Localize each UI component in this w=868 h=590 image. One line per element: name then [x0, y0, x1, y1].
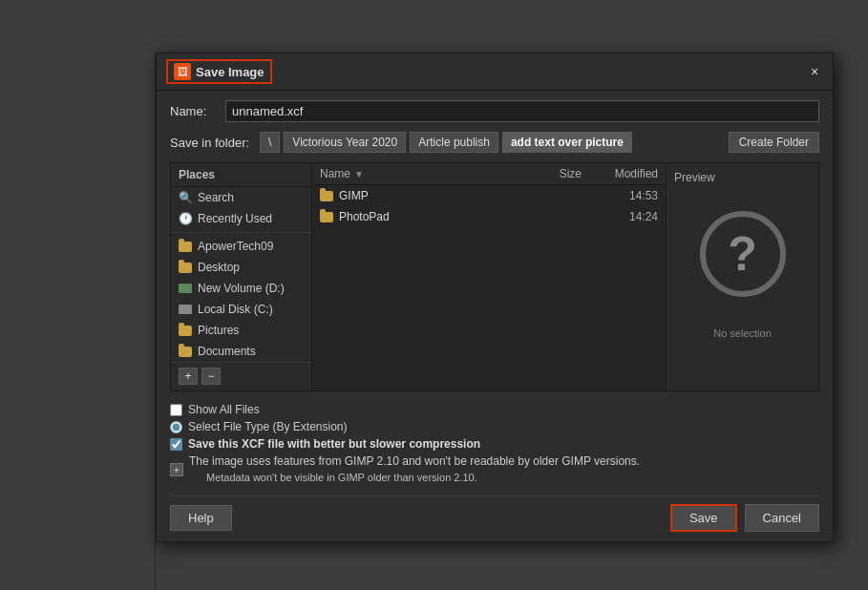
- place-search-label: Search: [198, 191, 234, 204]
- places-divider: [171, 232, 311, 233]
- folder-label: Save in folder:: [170, 136, 256, 150]
- save-xcf-row: Save this XCF file with better but slowe…: [170, 435, 819, 453]
- save-xcf-label[interactable]: Save this XCF file with better but slowe…: [188, 437, 480, 451]
- places-header: Places: [171, 163, 311, 187]
- warning-row: + The image uses features from GIMP 2.10…: [170, 453, 819, 488]
- dialog-close-button[interactable]: ×: [806, 63, 823, 80]
- file-item-gimp-name: GIMP: [320, 189, 524, 202]
- place-pictures-label: Pictures: [198, 324, 239, 337]
- place-desktop[interactable]: Desktop: [171, 257, 311, 278]
- drive-c-icon: [179, 303, 192, 316]
- name-label: Name:: [170, 104, 218, 118]
- cancel-button[interactable]: Cancel: [745, 504, 819, 532]
- file-col-size-header[interactable]: Size: [524, 167, 582, 180]
- place-local-disk-c-label: Local Disk (C:): [198, 303, 273, 316]
- place-new-volume-d[interactable]: New Volume (D:): [171, 278, 311, 299]
- search-icon: 🔍: [179, 191, 192, 204]
- show-all-files-checkbox[interactable]: [170, 404, 182, 416]
- place-recently-used-label: Recently Used: [198, 212, 272, 225]
- file-item-photopad-name: PhotoPad: [320, 210, 524, 223]
- file-list-header: Name ▼ Size Modified: [312, 163, 666, 185]
- place-apowertech-label: ApowerTech09: [198, 240, 273, 253]
- file-item-gimp-modified: 14:53: [582, 189, 658, 202]
- place-documents[interactable]: Documents: [171, 341, 311, 362]
- place-recently-used[interactable]: 🕐 Recently Used: [171, 208, 311, 229]
- expand-warning-icon[interactable]: +: [170, 463, 183, 476]
- folder-documents-icon: [179, 345, 192, 358]
- file-col-name-header[interactable]: Name ▼: [320, 167, 524, 180]
- breadcrumb-article[interactable]: Article publish: [410, 132, 498, 153]
- dialog-title-text: Save Image: [196, 65, 265, 79]
- save-button[interactable]: Save: [670, 504, 737, 532]
- show-all-files-label[interactable]: Show All Files: [188, 403, 260, 416]
- file-type-radio[interactable]: [170, 421, 182, 433]
- dialog-body: Name: Save in folder: \ Victorious Year …: [157, 91, 833, 541]
- folder-pictures-icon: [179, 324, 192, 337]
- place-search[interactable]: 🔍 Search: [171, 187, 311, 208]
- preview-image-area: ?: [681, 192, 805, 316]
- place-documents-label: Documents: [198, 345, 256, 358]
- preview-question-icon: ?: [700, 211, 786, 297]
- file-type-label[interactable]: Select File Type (By Extension): [188, 420, 348, 433]
- options-area: Show All Files Select File Type (By Exte…: [170, 401, 819, 488]
- file-item-photopad-modified: 14:24: [582, 210, 658, 223]
- dialog-titlebar: 🖼 Save Image ×: [157, 53, 833, 91]
- dialog-buttons: Help Save Cancel: [170, 495, 819, 532]
- file-item-gimp[interactable]: GIMP 14:53: [312, 185, 666, 206]
- breadcrumb-root[interactable]: \: [260, 132, 280, 153]
- title-box: 🖼 Save Image: [166, 59, 272, 84]
- gimp-left-panel: [0, 0, 156, 590]
- name-row: Name:: [170, 100, 819, 122]
- file-col-modified-header[interactable]: Modified: [582, 167, 658, 180]
- places-panel: Places 🔍 Search 🕐 Recently Used ApowerTe…: [171, 163, 312, 390]
- place-local-disk-c[interactable]: Local Disk (C:): [171, 299, 311, 320]
- action-buttons: Save Cancel: [670, 504, 819, 532]
- file-type-row: Select File Type (By Extension): [170, 418, 819, 435]
- breadcrumb-addtext[interactable]: add text over picture: [502, 132, 632, 153]
- warning-text-2: Metadata won't be visible in GIMP older …: [206, 470, 640, 486]
- folder-gimp-icon: [320, 191, 333, 201]
- create-folder-button[interactable]: Create Folder: [729, 132, 819, 153]
- help-button[interactable]: Help: [170, 505, 232, 531]
- title-left: 🖼 Save Image: [166, 59, 272, 84]
- preview-panel: Preview ? No selection: [666, 163, 818, 390]
- sort-arrow-icon: ▼: [354, 169, 364, 179]
- folder-row: Save in folder: \ Victorious Year 2020 A…: [170, 132, 819, 153]
- places-add-button[interactable]: +: [179, 368, 198, 385]
- recent-icon: 🕐: [179, 212, 192, 225]
- folder-apowertech-icon: [179, 240, 192, 253]
- breadcrumb-vic[interactable]: Victorious Year 2020: [284, 132, 406, 153]
- place-desktop-label: Desktop: [198, 261, 240, 274]
- dialog-title-icon: 🖼: [174, 63, 191, 80]
- warning-text-1: The image uses features from GIMP 2.10 a…: [189, 454, 640, 468]
- show-all-files-row: Show All Files: [170, 401, 819, 418]
- filename-input[interactable]: [225, 100, 819, 122]
- preview-no-selection-text: No selection: [713, 327, 772, 339]
- gimp-top-panel: [0, 0, 868, 53]
- place-apowertech[interactable]: ApowerTech09: [171, 236, 311, 257]
- place-pictures[interactable]: Pictures: [171, 320, 311, 341]
- file-item-photopad[interactable]: PhotoPad 14:24: [312, 206, 666, 227]
- folder-desktop-icon: [179, 261, 192, 274]
- warning-text-container: The image uses features from GIMP 2.10 a…: [189, 454, 640, 486]
- preview-header: Preview: [674, 171, 715, 184]
- places-actions: + −: [171, 362, 311, 390]
- drive-d-icon: [179, 282, 192, 295]
- place-new-volume-d-label: New Volume (D:): [198, 282, 285, 295]
- save-image-dialog: 🖼 Save Image × Name: Save in folder: \ V…: [156, 53, 834, 542]
- file-list-panel: Name ▼ Size Modified GIMP: [312, 163, 666, 390]
- save-xcf-checkbox[interactable]: [170, 438, 182, 451]
- content-area: Places 🔍 Search 🕐 Recently Used ApowerTe…: [170, 162, 819, 391]
- file-col-name-label: Name: [320, 167, 350, 180]
- folder-photopad-icon: [320, 212, 333, 222]
- places-remove-button[interactable]: −: [201, 368, 221, 385]
